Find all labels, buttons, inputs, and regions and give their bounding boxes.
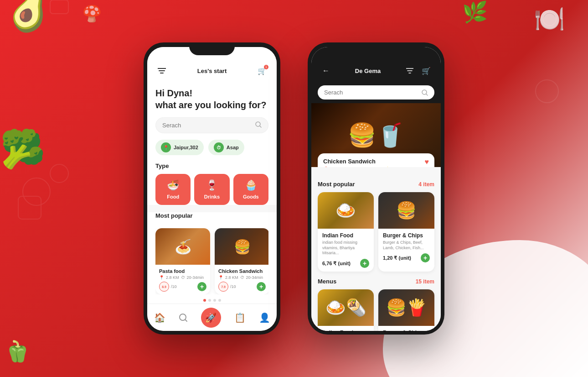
dot-3[interactable] [213,299,216,302]
pasta-rating-max: /10 [171,284,177,289]
pasta-name: Pasta food [159,268,206,274]
popular-header-1: Most popular [155,212,268,224]
drinks-icon: 🍷 [206,179,218,191]
hero-card-meta: 📍 2.8 KM ⏱ 20-34min ⭐ 4.6 [323,167,429,167]
sandwich-time: 20-34min [246,275,263,280]
food-card-pasta[interactable]: 🍝 Pasta food 📍 2.8 KM ⏱ 20-34min [155,228,210,294]
p2-item-indian[interactable]: 🍛 Indian Food indian food missing vitami… [318,192,374,272]
time-badge[interactable]: ⏱ Asap [208,140,244,155]
burger-desc: Burger & Chips, Beef, Lamb, Chicken, Fis… [383,240,430,251]
nav-rocket[interactable]: 🚀 [201,308,221,328]
pasta-rating-badge: 8.9 [159,282,169,292]
sandwich-rating-row: 7.9 /10 + [218,282,266,292]
filter-button[interactable] [155,64,168,77]
search-bar-1[interactable] [155,117,268,133]
burger-add-btn[interactable]: + [421,253,430,262]
hero-distance: 2.8 KM [333,167,348,167]
sandwich-card-body: Chicken Sandwich 📍 2.8 KM ⏱ 20-34min 7.9 [215,265,268,294]
phone-1-title: Les's start [197,68,227,74]
pasta-rating-row: 8.9 /10 + [159,282,206,292]
type-section-title: Type [155,162,268,169]
cart-button-2[interactable]: 🛒 [420,64,433,77]
pin-icon-2: 📍 [218,275,223,280]
search-input-1[interactable] [162,122,255,129]
location-row: 📍 Jaipur,302 ⏱ Asap [155,140,268,155]
phone-2-screen: ← De Gema 🛒 [311,47,441,331]
hero-star-icon: ⭐ [385,167,390,167]
back-button[interactable]: ← [320,64,332,77]
phone-1-content: Hi Dyna! what are you looking for? [147,82,277,205]
nav-home[interactable]: 🏠 [154,312,165,323]
burger-footer: 1,20 ₹ (unit) + [383,253,430,262]
search-nav-icon [179,313,188,322]
profile-icon: 👤 [259,312,270,323]
burger-price: 1,20 ₹ (unit) [383,255,411,261]
menu-indian-body: Indian Food [318,326,374,331]
popular-title-1: Most popular [155,212,193,219]
indian-food-add-btn[interactable]: + [360,259,369,268]
indian-food-name: Indian Food [322,232,369,239]
hero-card[interactable]: ♥ Chicken Sandwich 📍 2.8 KM ⏱ 20-34min ⭐… [318,153,434,167]
menu-burger-image: 🍔🍟 [378,289,434,326]
menu-item-indian[interactable]: 🍛🌯 Indian Food [318,289,374,331]
cart-button[interactable]: 🛒 1 [256,64,268,77]
nav-search[interactable] [179,313,188,322]
dot-1[interactable] [203,299,206,302]
sandwich-name: Chicken Sandwich [218,268,266,274]
menu-indian-name: Indian Food [322,330,369,331]
rocket-icon: 🚀 [205,312,217,323]
nav-orders[interactable]: 📋 [234,312,246,323]
sandwich-meta: 📍 2.8 KM ⏱ 20-34min [218,275,266,280]
location-badge[interactable]: 📍 Jaipur,302 [155,140,204,155]
home-icon: 🏠 [154,312,165,323]
hero-time: 20-34min [361,167,381,167]
heart-icon[interactable]: ♥ [425,158,429,166]
filter-button-2[interactable] [403,64,416,77]
phone-2: ← De Gema 🛒 [308,42,444,335]
time-icon: ⏱ [214,142,224,152]
p2-item-burger[interactable]: 🍔 Burger & Chips Burger & Chips, Beef, L… [378,192,434,272]
pasta-add-button[interactable]: + [197,282,206,291]
nav-profile[interactable]: 👤 [259,312,270,323]
sandwich-rating-badge: 7.9 [218,282,228,292]
food-icon: 🍜 [167,179,179,191]
phone-1-notch [189,42,235,55]
pasta-image: 🍝 [155,228,210,265]
goods-label: Goods [243,194,259,199]
orders-icon: 📋 [234,312,246,323]
phone-2-notch [353,42,399,55]
svg-line-9 [260,126,261,127]
phone-2-search-wrapper [311,82,441,103]
drinks-label: Drinks [204,194,220,199]
bottom-nav: 🏠 🚀 📋 👤 [147,304,277,331]
sandwich-add-button[interactable]: + [257,282,266,291]
menu-indian-image: 🍛🌯 [318,289,374,326]
pasta-meta: 📍 2.8 KM ⏱ 20-34min [159,275,206,280]
menu-item-burger[interactable]: 🍔🍟 Burger & Chips [378,289,434,331]
pasta-time: 20-34min [187,275,204,280]
search-input-2[interactable] [324,89,422,96]
dot-4[interactable] [218,299,221,302]
greeting-text: Hi Dyna! what are you looking for? [155,87,268,111]
pasta-distance: 2.8 KM [166,275,179,280]
pasta-card-body: Pasta food 📍 2.8 KM ⏱ 20-34min 8.9 [155,265,210,294]
type-card-drinks[interactable]: 🍷 Drinks [194,174,229,205]
dot-2[interactable] [208,299,211,302]
svg-line-11 [185,319,187,321]
burger-body: Burger & Chips Burger & Chips, Beef, Lam… [378,229,434,266]
sandwich-distance: 2.8 KM [225,275,238,280]
phone-2-title: De Gema [355,68,381,74]
indian-food-desc: indian food missing vitamins, Bhartiya M… [322,240,369,256]
sandwich-image: 🍔 [215,228,268,265]
phone-1: Les's start 🛒 1 Hi Dyna! what are you lo… [144,42,280,335]
hero-clock-icon: ⏱ [352,167,357,167]
clock-icon: ⏱ [181,275,185,280]
type-card-goods[interactable]: 🧁 Goods [233,174,268,205]
location-icon: 📍 [161,142,171,152]
food-card-sandwich[interactable]: 🍔 Chicken Sandwich 📍 2.8 KM ⏱ 20-34min [215,228,268,294]
indian-food-image: 🍛 [318,192,374,229]
svg-line-16 [426,94,428,95]
type-card-food[interactable]: 🍜 Food [155,174,191,205]
food-label: Food [167,194,179,199]
search-bar-2[interactable] [318,85,434,99]
